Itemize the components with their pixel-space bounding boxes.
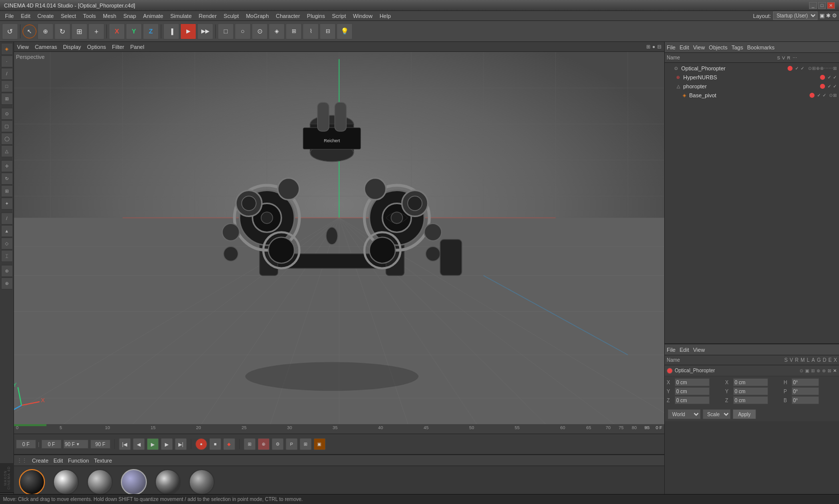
- render-button[interactable]: ▶: [180, 23, 196, 39]
- h-rot-input[interactable]: [792, 378, 819, 386]
- menu-animate[interactable]: Animate: [140, 12, 166, 20]
- menu-character[interactable]: Character: [273, 12, 303, 20]
- x-axis-button[interactable]: X: [109, 23, 125, 39]
- obj-phoropter[interactable]: △ phoropter ✓ ✓: [665, 82, 839, 91]
- mat-icon-x[interactable]: ✕: [833, 368, 837, 373]
- attr-edit-menu[interactable]: Edit: [680, 347, 689, 353]
- menu-plugins[interactable]: Plugins: [304, 12, 328, 20]
- vp-settings-icon[interactable]: ⊟: [657, 44, 661, 49]
- timeline-ruler[interactable]: 0 5 10 15 20 25 30 35 40 45 50 55 60 65 …: [14, 424, 664, 434]
- nurbs-button[interactable]: ◈: [269, 23, 285, 39]
- z-pos-input[interactable]: [675, 396, 710, 404]
- obj-edit-menu[interactable]: Edit: [680, 44, 689, 50]
- obj-view-menu[interactable]: View: [693, 44, 705, 50]
- menu-script[interactable]: Script: [329, 12, 349, 20]
- current-frame-input[interactable]: [41, 440, 61, 449]
- vp-filter-menu[interactable]: Filter: [112, 44, 124, 50]
- vp-options-menu[interactable]: Options: [87, 44, 106, 50]
- tool-points[interactable]: ·: [1, 55, 13, 67]
- world-dropdown[interactable]: World Object Camera: [668, 409, 701, 419]
- tool-scale[interactable]: ⊞: [1, 185, 13, 197]
- tool-polygons[interactable]: □: [1, 80, 13, 92]
- tool-rect-select[interactable]: ▢: [1, 120, 13, 132]
- tool-bridge[interactable]: ⌶: [1, 250, 13, 262]
- viewport-canvas[interactable]: Perspective: [14, 52, 664, 424]
- tool-transform[interactable]: ✦: [1, 198, 13, 210]
- obj-check-nurbs1[interactable]: ✓: [828, 75, 832, 80]
- tool-extrude[interactable]: ▲: [1, 225, 13, 237]
- play-button[interactable]: ▶: [147, 438, 159, 450]
- vp-cameras-menu[interactable]: Cameras: [35, 44, 57, 50]
- auto-keyframe-button[interactable]: ⊕: [258, 438, 270, 450]
- obj-hypernurbs[interactable]: ⊕ HyperNURBS ✓ ✓: [665, 73, 839, 82]
- obj-base-pivot[interactable]: ◈ Base_pivot ✓ ✓ ⊙⊠: [665, 91, 839, 100]
- attr-view-menu[interactable]: View: [693, 347, 705, 353]
- tool-uv[interactable]: ⊞: [1, 93, 13, 105]
- undo-button[interactable]: ↺: [2, 23, 18, 39]
- step-back-button[interactable]: ◀: [133, 438, 145, 450]
- layout-dropdown[interactable]: Startup (User): [773, 11, 818, 20]
- move-tool-button[interactable]: ↖: [22, 24, 36, 38]
- maximize-button[interactable]: □: [818, 2, 826, 9]
- z-size-input[interactable]: [733, 396, 768, 404]
- timeline-mode-button[interactable]: P: [286, 438, 298, 450]
- menu-file[interactable]: File: [2, 12, 17, 20]
- y-axis-button[interactable]: Y: [126, 23, 142, 39]
- rotate-button[interactable]: ↻: [54, 23, 70, 39]
- obj-objects-menu[interactable]: Objects: [709, 44, 727, 50]
- timeline-view-button[interactable]: ▣: [314, 438, 326, 450]
- y-size-input[interactable]: [733, 387, 768, 395]
- add-keyframe-button[interactable]: ⊞: [244, 438, 256, 450]
- record-button[interactable]: ●: [195, 438, 207, 450]
- tool-model[interactable]: ◈: [1, 43, 13, 55]
- menu-help[interactable]: Help: [377, 12, 394, 20]
- mat-function-menu[interactable]: Function: [68, 458, 89, 464]
- tool-lasso[interactable]: ◯: [1, 133, 13, 145]
- tool-edges[interactable]: /: [1, 68, 13, 80]
- sphere-button[interactable]: ○: [235, 23, 251, 39]
- obj-tags-menu[interactable]: Tags: [732, 44, 743, 50]
- mat-texture-menu[interactable]: Texture: [94, 458, 112, 464]
- menu-edit[interactable]: Edit: [18, 12, 33, 20]
- menu-sculpt[interactable]: Sculpt: [221, 12, 242, 20]
- timeline-settings-button[interactable]: ⚙: [272, 438, 284, 450]
- obj-check-phoropter1[interactable]: ✓: [828, 84, 832, 89]
- tool-move[interactable]: ✛: [1, 160, 13, 172]
- x-size-input[interactable]: [733, 378, 768, 386]
- start-frame-input[interactable]: [16, 440, 36, 449]
- go-to-start-button[interactable]: |◀: [119, 438, 131, 450]
- obj-check1[interactable]: ✓: [795, 66, 799, 71]
- obj-check-nurbs2[interactable]: ✓: [833, 75, 837, 80]
- close-button[interactable]: ✕: [827, 2, 835, 9]
- obj-check-pivot2[interactable]: ✓: [823, 93, 827, 98]
- cylinder-button[interactable]: ⊙: [252, 23, 268, 39]
- object-mode-button[interactable]: ⊕: [37, 23, 53, 39]
- menu-window[interactable]: Window: [350, 12, 376, 20]
- vp-dot-icon[interactable]: ●: [652, 44, 655, 49]
- attr-file-menu[interactable]: File: [667, 347, 676, 353]
- minimize-button[interactable]: _: [809, 2, 817, 9]
- obj-check-pivot1[interactable]: ✓: [817, 93, 821, 98]
- obj-bookmarks-menu[interactable]: Bookmarks: [747, 44, 775, 50]
- render-queue-button[interactable]: ▶▶: [197, 23, 213, 39]
- render-region-button[interactable]: ▐: [163, 23, 179, 39]
- obj-check-phoropter2[interactable]: ✓: [833, 84, 837, 89]
- vp-display-menu[interactable]: Display: [63, 44, 81, 50]
- z-axis-button[interactable]: Z: [143, 23, 159, 39]
- timeline-extras-button[interactable]: ⊞: [300, 438, 312, 450]
- array-button[interactable]: ⊞: [286, 23, 302, 39]
- tool-knife[interactable]: /: [1, 213, 13, 225]
- light-button[interactable]: 💡: [337, 23, 353, 39]
- x-pos-input[interactable]: [675, 378, 710, 386]
- menu-select[interactable]: Select: [58, 12, 79, 20]
- keyframe-button[interactable]: ◆: [223, 438, 235, 450]
- b-rot-input[interactable]: [792, 396, 819, 404]
- tool-rotate[interactable]: ↻: [1, 173, 13, 185]
- obj-file-menu[interactable]: File: [667, 44, 676, 50]
- 3d-viewport[interactable]: View Cameras Display Options Filter Pane…: [14, 42, 664, 424]
- step-forward-button[interactable]: ▶: [161, 438, 173, 450]
- vp-maximize-icon[interactable]: ⊞: [646, 44, 650, 49]
- stop-button[interactable]: ■: [209, 438, 221, 450]
- menu-render[interactable]: Render: [196, 12, 220, 20]
- mat-create-menu[interactable]: Create: [32, 458, 48, 464]
